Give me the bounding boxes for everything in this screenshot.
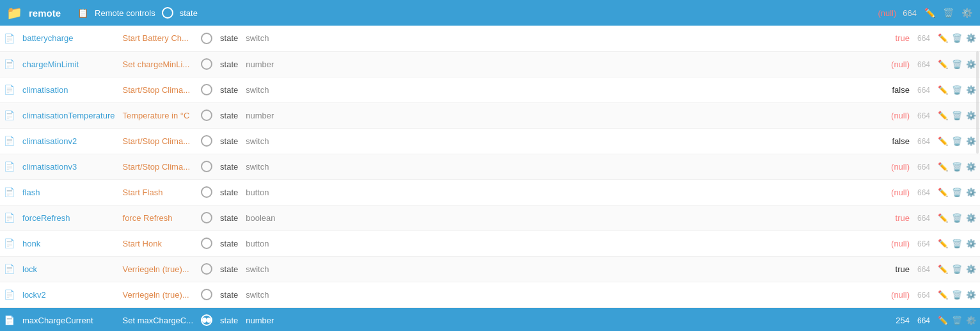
row-name: chargeMinLimit	[19, 51, 119, 77]
scroll-indicator[interactable]	[976, 51, 979, 154]
row-edit-icon[interactable]: ✏️	[938, 111, 948, 120]
row-edit-icon[interactable]: ✏️	[938, 136, 948, 146]
row-num: 664	[913, 205, 934, 230]
row-edit-icon[interactable]: ✏️	[938, 316, 948, 325]
row-edit-icon[interactable]: ✏️	[938, 162, 948, 172]
row-state-icon[interactable]	[197, 205, 216, 230]
row-state-label: state	[216, 102, 242, 128]
header-delete-button[interactable]: 🗑️	[942, 6, 955, 19]
row-settings-icon[interactable]: ⚙️	[966, 316, 976, 325]
row-doc-icon: 📄	[0, 230, 19, 256]
row-value: true	[887, 26, 913, 51]
row-edit-icon[interactable]: ✏️	[938, 264, 948, 274]
row-edit-icon[interactable]: ✏️	[938, 85, 948, 95]
row-settings-icon[interactable]: ⚙️	[966, 213, 976, 223]
row-state-icon[interactable]	[197, 77, 216, 102]
row-state-label: state	[216, 51, 242, 77]
row-state-icon[interactable]	[197, 307, 216, 331]
row-desc: Start Honk	[119, 230, 198, 256]
table-row[interactable]: 📄 honk Start Honk state button (null) 66…	[0, 230, 980, 256]
row-state-icon[interactable]	[197, 154, 216, 179]
table-row[interactable]: 📄 batterycharge Start Battery Ch... stat…	[0, 26, 980, 51]
row-edit-icon[interactable]: ✏️	[938, 239, 948, 248]
row-state-icon[interactable]	[197, 26, 216, 51]
row-value: true	[887, 205, 913, 230]
row-edit-icon[interactable]: ✏️	[938, 213, 948, 223]
row-settings-icon[interactable]: ⚙️	[966, 136, 976, 146]
row-desc: Set maxChargeC...	[119, 307, 198, 331]
row-state-icon[interactable]	[197, 282, 216, 307]
row-desc: Start Flash	[119, 179, 198, 205]
row-delete-icon[interactable]: 🗑️	[952, 290, 962, 300]
row-type: button	[242, 230, 279, 256]
row-delete-icon[interactable]: 🗑️	[952, 60, 962, 69]
row-settings-icon[interactable]: ⚙️	[966, 33, 976, 43]
row-desc: Start Battery Ch...	[119, 26, 198, 51]
row-delete-icon[interactable]: 🗑️	[952, 213, 962, 223]
table-row[interactable]: 📄 climatisation Start/Stop Clima... stat…	[0, 77, 980, 102]
row-doc-icon: 📄	[0, 51, 19, 77]
row-delete-icon[interactable]: 🗑️	[952, 162, 962, 172]
row-edit-icon[interactable]: ✏️	[938, 188, 948, 197]
row-actions: ✏️ 🗑️ ⚙️	[934, 282, 980, 307]
row-settings-icon[interactable]: ⚙️	[966, 264, 976, 274]
row-settings-icon[interactable]: ⚙️	[966, 85, 976, 95]
header-settings-button[interactable]: ⚙️	[960, 6, 974, 19]
row-type: switch	[242, 128, 279, 154]
row-doc-icon: 📄	[0, 282, 19, 307]
table-row[interactable]: 📄 chargeMinLimit Set chargeMinLi... stat…	[0, 51, 980, 77]
row-delete-icon[interactable]: 🗑️	[952, 316, 962, 325]
row-delete-icon[interactable]: 🗑️	[952, 188, 962, 197]
row-settings-icon[interactable]: ⚙️	[966, 239, 976, 248]
row-doc-icon: 📄	[0, 307, 19, 331]
row-settings-icon[interactable]: ⚙️	[966, 60, 976, 69]
row-state-icon[interactable]	[197, 256, 216, 282]
row-settings-icon[interactable]: ⚙️	[966, 290, 976, 300]
row-settings-icon[interactable]: ⚙️	[966, 188, 976, 197]
row-type: switch	[242, 256, 279, 282]
table-row[interactable]: 📄 lockv2 Verriegeln (true)... state swit…	[0, 282, 980, 307]
table-row[interactable]: 📄 climatisationv2 Start/Stop Clima... st…	[0, 128, 980, 154]
table-row[interactable]: 📄 lock Verriegeln (true)... state switch…	[0, 256, 980, 282]
row-actions: ✏️ 🗑️ ⚙️	[934, 230, 980, 256]
table-row[interactable]: 📄 climatisationv3 Start/Stop Clima... st…	[0, 154, 980, 179]
row-type: number	[242, 51, 279, 77]
row-num: 664	[913, 256, 934, 282]
row-settings-icon[interactable]: ⚙️	[966, 111, 976, 120]
table-row[interactable]: 📄 climatisationTemperature Temperature i…	[0, 102, 980, 128]
row-actions: ✏️ 🗑️ ⚙️	[934, 77, 980, 102]
row-value: (null)	[887, 51, 913, 77]
row-doc-icon: 📄	[0, 256, 19, 282]
row-actions: ✏️ 🗑️ ⚙️	[934, 256, 980, 282]
row-delete-icon[interactable]: 🗑️	[952, 85, 962, 95]
row-state-icon[interactable]	[197, 230, 216, 256]
row-edit-icon[interactable]: ✏️	[938, 290, 948, 300]
row-actions: ✏️ 🗑️ ⚙️	[934, 154, 980, 179]
row-doc-icon: 📄	[0, 128, 19, 154]
table-row[interactable]: 📄 forceRefresh force Refresh state boole…	[0, 205, 980, 230]
row-desc: Verriegeln (true)...	[119, 282, 198, 307]
row-edit-icon[interactable]: ✏️	[938, 60, 948, 69]
header-edit-button[interactable]: ✏️	[923, 6, 937, 19]
row-edit-icon[interactable]: ✏️	[938, 33, 948, 43]
row-delete-icon[interactable]: 🗑️	[952, 239, 962, 248]
row-spacer	[280, 282, 888, 307]
row-delete-icon[interactable]: 🗑️	[952, 264, 962, 274]
row-spacer	[280, 230, 888, 256]
row-state-icon[interactable]	[197, 179, 216, 205]
table-row[interactable]: 📄 maxChargeCurrent Set maxChargeC... sta…	[0, 307, 980, 331]
row-num: 664	[913, 230, 934, 256]
row-state-icon[interactable]	[197, 51, 216, 77]
row-state-icon[interactable]	[197, 128, 216, 154]
row-delete-icon[interactable]: 🗑️	[952, 33, 962, 43]
row-delete-icon[interactable]: 🗑️	[952, 136, 962, 146]
row-desc: Start/Stop Clima...	[119, 128, 198, 154]
table-row[interactable]: 📄 flash Start Flash state button (null) …	[0, 179, 980, 205]
row-settings-icon[interactable]: ⚙️	[966, 162, 976, 172]
row-name: lockv2	[19, 282, 119, 307]
header-state-icon	[162, 7, 173, 19]
row-type: number	[242, 307, 279, 331]
row-state-icon[interactable]	[197, 102, 216, 128]
row-value: (null)	[887, 179, 913, 205]
row-delete-icon[interactable]: 🗑️	[952, 111, 962, 120]
